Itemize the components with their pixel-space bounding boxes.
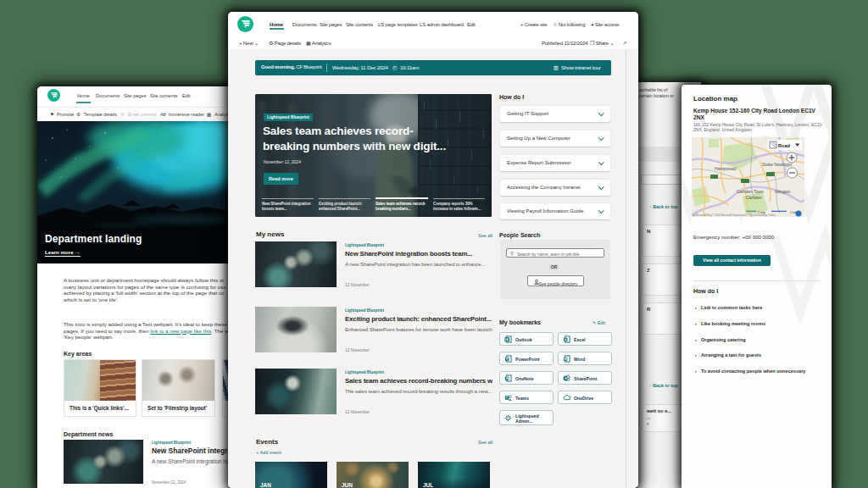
svg-text:W: W xyxy=(565,358,568,361)
svg-text:Camden: Camden xyxy=(746,195,762,200)
svg-text:Islington: Islington xyxy=(775,189,791,194)
svg-text:Camden Town: Camden Town xyxy=(737,189,764,194)
svg-text:Road: Road xyxy=(778,143,791,148)
svg-text:N: N xyxy=(506,376,509,380)
svg-text:P: P xyxy=(506,357,509,361)
svg-text:Stoke Newingto: Stoke Newingto xyxy=(762,162,792,167)
svg-text:1 km: 1 km xyxy=(790,211,797,214)
svg-text:▮ Microsoft Bing © 2024 Micros: ▮ Microsoft Bing © 2024 Microsoft Corpor… xyxy=(693,214,776,217)
svg-text:Hampstead: Hampstead xyxy=(715,166,737,171)
